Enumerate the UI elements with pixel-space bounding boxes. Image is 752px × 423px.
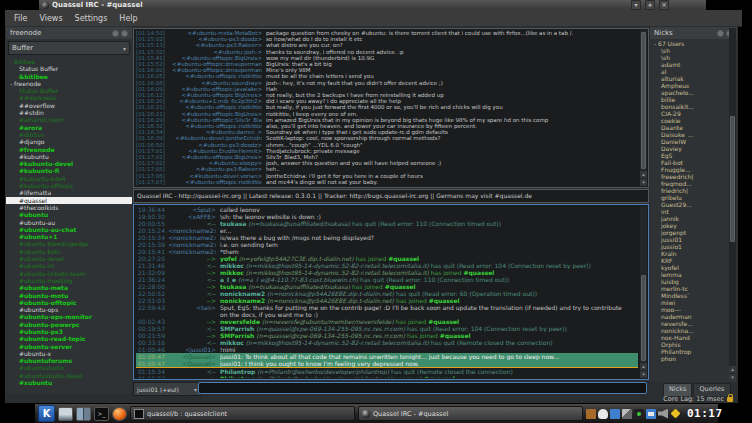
nick-item[interactable]: alturiak [650,75,737,82]
buffer-item[interactable]: #quassel [6,197,132,204]
window-titlebar[interactable]: Quassel IRC - #quassel ▾ + ✕ [39,0,706,10]
nick-item[interactable]: moo--- [650,306,737,313]
buffer-item[interactable]: #freenode [6,146,132,153]
nick-item[interactable]: adamt [650,61,737,68]
buffer-item[interactable]: #ubuntu-motu [6,292,132,299]
nick-item[interactable]: apachelo... [650,89,737,96]
buffer-item[interactable]: #ubuntu-server [6,343,132,350]
nick-item[interactable]: jussi01 [650,236,737,243]
taskbar-item-konsole[interactable]: quassel/b : quasselclient [130,406,355,421]
buffer-item[interactable]: #ubuntu-x [6,350,132,357]
message-input[interactable] [198,382,647,394]
buffer-item[interactable]: #ubuntu-powerpc [6,321,132,328]
scrollbar-thumb[interactable] [641,32,646,169]
tray-icon[interactable] [598,409,608,419]
chat-monitor-scrollbar[interactable]: ▴ ▾ [640,30,647,186]
buffer-item[interactable]: #amarok.neon [6,116,132,123]
buffer-item[interactable]: #kubuntu-fi [6,167,132,174]
buffer-item[interactable]: #kubuntu-kde4 [6,175,132,182]
nick-item[interactable]: nox-Hand [650,334,737,341]
scroll-down-icon[interactable]: ▾ [729,374,736,381]
nick-item[interactable]: int [650,208,737,215]
buffer-item[interactable]: #ubuntustudio-devel [6,372,132,379]
nick-item[interactable]: Daviey [650,145,737,152]
buffer-item[interactable]: #xubuntu [6,379,132,386]
nick-item[interactable]: naderman [650,313,737,320]
buffer-item[interactable]: #ubuntu-ircbots-team [6,270,132,277]
buffer-item[interactable]: #ubuntustudio [6,364,132,371]
nick-panel-header[interactable]: Nicks [650,27,737,39]
buffer-item[interactable]: #ubuntu [6,211,132,218]
buffer-item[interactable]: #kubuntu-devel [6,160,132,167]
nick-item[interactable]: jorgenpt [650,229,737,236]
tray-icon[interactable] [658,409,668,419]
nick-item[interactable]: miwi [650,299,737,306]
dock-float-icon[interactable] [112,30,119,37]
nick-item[interactable]: KRF [650,257,737,264]
nick-item[interactable]: Orphis [650,341,737,348]
nick-item[interactable]: nonickna... [650,327,737,334]
kmenu-button[interactable]: K [38,405,55,422]
nick-item[interactable]: CIA-29 [650,110,737,117]
nick-item[interactable]: DanielW [650,138,737,145]
nick-item[interactable]: Mindless` [650,292,737,299]
buffer-item[interactable]: #ubuntu-meeting [6,277,132,284]
buffer-item[interactable]: ##darkness [6,94,132,101]
dock-close-icon[interactable] [121,30,128,37]
nick-item[interactable]: Ampheus [650,82,737,89]
buffer-item[interactable]: #ubuntu-irc [6,262,132,269]
buffer-item[interactable]: #ubuntu-devel [6,255,132,262]
buffer-panel-header[interactable]: freenode [6,27,132,39]
firefox-icon[interactable] [112,407,127,421]
clock[interactable]: 01:17 [687,407,723,420]
nick-item[interactable]: Kraln [650,250,737,257]
tray-icon[interactable] [586,409,596,419]
buffer-item[interactable]: #ubuntu-bleedingedge [6,240,132,247]
buffer-item[interactable]: ##overflow [6,102,132,109]
nick-item[interactable]: luisbg [650,278,737,285]
buffer-item[interactable]: #lifematta [6,189,132,196]
nick-item[interactable]: lemma [650,271,737,278]
nick-item[interactable]: Daante [650,124,737,131]
tray-icon[interactable] [646,409,656,419]
nick-item[interactable]: freeedrich| [650,173,737,180]
nick-item[interactable]: bonsaikit... [650,103,737,110]
scroll-up-icon[interactable]: ▴ [640,363,647,370]
menu-views[interactable]: Views [34,14,67,23]
close-icon[interactable]: ✕ [659,0,669,10]
nick-list-scrollbar[interactable]: ▴ ▾ [729,28,736,381]
buffer-item[interactable]: ##stdin [6,109,132,116]
nick-item[interactable]: merlin-tc [650,285,737,292]
nick-item[interactable]: jannik [650,215,737,222]
buffer-item[interactable]: #ubuntu-offtopic [6,299,132,306]
nick-item[interactable]: \sh_ [650,54,737,61]
nick-item[interactable]: EgS [650,152,737,159]
nick-item[interactable]: freqmod... [650,180,737,187]
buffer-item[interactable]: #arora [6,124,132,131]
buffer-item[interactable]: Status Buffer [6,87,132,94]
buffer-item[interactable]: &bitlbee [6,73,132,80]
buffer-filter-combobox[interactable]: Buffer ▾ [8,41,130,55]
menu-help[interactable]: Help [114,14,142,23]
scroll-down-icon[interactable]: ▾ [640,179,647,186]
nick-item[interactable]: coekie [650,117,737,124]
buffer-item[interactable]: #dib5sn [6,131,132,138]
show-desktop-icon[interactable] [58,407,73,421]
nick-item[interactable]: Guest29... [650,201,737,208]
nick-item[interactable]: neversfe... [650,320,737,327]
scrollbar-thumb[interactable] [641,275,646,361]
buffer-item[interactable]: #ubuntuforums [6,357,132,364]
nick-item[interactable]: Fnuggle... [650,166,737,173]
scroll-up-icon[interactable]: ▴ [729,366,736,373]
nick-item[interactable]: Philantrop [650,348,737,355]
nick-item[interactable]: Daisuke_... [650,131,737,138]
scroll-up-icon[interactable]: ▴ [640,171,647,178]
buffer-item[interactable]: Status Buffer [6,65,132,72]
buffer-item[interactable]: #kubuntu-offtopic [6,182,132,189]
channel-chat-scrollbar[interactable]: ▴ ▾ [640,206,647,378]
buffer-item[interactable]: #ubuntu-ops-monitor [6,313,132,320]
menu-settings[interactable]: Settings [70,14,113,23]
buffer-item[interactable]: #ubuntu-meta [6,284,132,291]
nick-item[interactable]: gribelu [650,194,737,201]
scrollbar-thumb[interactable] [730,116,735,242]
